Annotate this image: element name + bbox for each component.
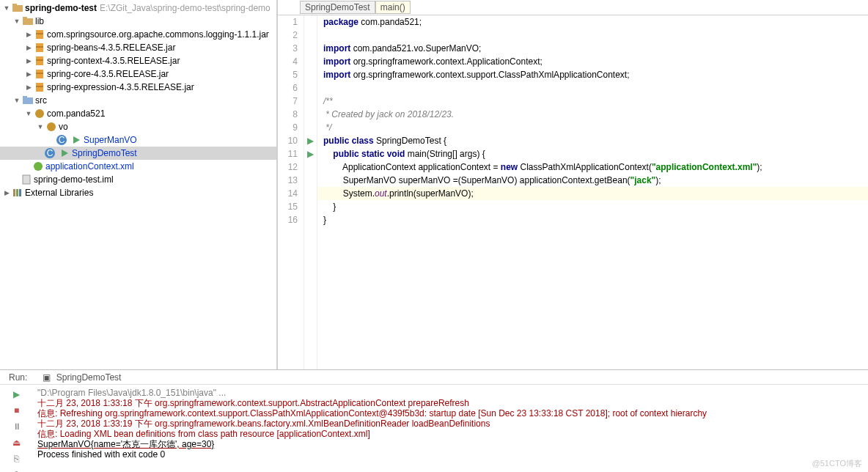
file-icon (21, 174, 32, 185)
caret-right-icon: ▶ (25, 70, 32, 78)
rerun-button[interactable]: ▶ (10, 388, 23, 401)
jar-icon (34, 42, 45, 54)
folder-icon (12, 2, 23, 14)
jar-icon (34, 55, 45, 67)
run-tool-window: Run: ▣ SpringDemoTest ▶ ■ ⏸ ⏏ ⎘ 🗑 "D:\Pr… (0, 369, 868, 472)
jar-icon (34, 29, 45, 40)
class-icon: C (44, 147, 56, 159)
run-label: Run: (3, 370, 33, 384)
code-editor[interactable]: 12345678910111213141516 ▶ ▶ package com.… (278, 15, 868, 369)
tree-class[interactable]: CSuperManVO (0, 133, 276, 147)
dump-button[interactable]: ⎘ (10, 452, 23, 465)
caret-right-icon: ▶ (25, 57, 32, 64)
caret-right-icon: ▶ (25, 84, 32, 91)
console-output[interactable]: "D:\Program Files\Java\jdk1.8.0_151\bin\… (33, 385, 868, 472)
jar-icon (34, 81, 45, 93)
watermark: @51CTO博客 (812, 458, 862, 469)
caret-right-icon: ▶ (25, 44, 32, 51)
run-gutter-icon[interactable]: ▶ (307, 149, 314, 159)
run-gutter: ▶ ▶ (304, 15, 317, 369)
caret-right-icon: ▶ (25, 31, 32, 38)
trash-button[interactable]: 🗑 (10, 468, 23, 472)
folder-icon (22, 15, 34, 27)
tree-src[interactable]: ▼ src (0, 94, 276, 107)
runnable-icon (59, 147, 70, 159)
crumb-method[interactable]: main() (375, 1, 411, 14)
jar-icon (34, 68, 45, 80)
crumb-class[interactable]: SpringDemoTest (300, 1, 375, 14)
svg-text:C: C (59, 135, 65, 145)
pause-button[interactable]: ⏸ (10, 420, 23, 433)
run-gutter-icon[interactable]: ▶ (307, 136, 314, 146)
run-toolbar: ▶ ■ ⏸ ⏏ ⎘ 🗑 (0, 385, 33, 472)
svg-rect-1 (12, 4, 17, 6)
exit-button[interactable]: ⏏ (10, 436, 23, 449)
caret-down-icon: ▼ (37, 123, 44, 130)
caret-down-icon: ▼ (3, 4, 10, 12)
src-label: src (35, 95, 47, 106)
tree-jar[interactable]: ▶spring-core-4.3.5.RELEASE.jar (0, 67, 276, 81)
tree-class-selected[interactable]: CSpringDemoTest (0, 147, 276, 160)
svg-rect-3 (23, 17, 27, 19)
tree-package-vo[interactable]: ▼vo (0, 120, 276, 133)
tree-iml[interactable]: spring-demo-test.iml (0, 173, 276, 186)
svg-rect-25 (23, 175, 30, 184)
caret-down-icon: ▼ (25, 110, 32, 117)
run-tab[interactable]: ▣ SpringDemoTest (33, 370, 127, 384)
breadcrumb-bar: SpringDemoTest main() (278, 0, 868, 15)
svg-rect-14 (23, 97, 33, 104)
svg-point-17 (47, 122, 56, 131)
svg-rect-13 (36, 86, 43, 87)
caret-down-icon: ▼ (13, 18, 21, 25)
library-icon (12, 187, 23, 199)
tree-external-libs[interactable]: ▶External Libraries (0, 186, 276, 199)
app-icon: ▣ (40, 372, 52, 383)
svg-marker-20 (73, 136, 80, 144)
code-body[interactable]: package com.panda521; import com.panda52… (317, 15, 868, 369)
package-icon (34, 108, 45, 119)
tree-jar[interactable]: ▶spring-expression-4.3.5.RELEASE.jar (0, 81, 276, 94)
source-folder-icon (22, 95, 34, 106)
tree-package[interactable]: ▼com.panda521 (0, 107, 276, 120)
svg-rect-11 (36, 73, 43, 74)
runnable-icon (70, 134, 82, 146)
root-name: spring-demo-test (25, 3, 97, 13)
class-icon: C (56, 134, 67, 146)
svg-rect-26 (13, 189, 15, 196)
tree-xml[interactable]: applicationContext.xml (0, 160, 276, 173)
svg-point-24 (34, 162, 43, 171)
stop-button[interactable]: ■ (10, 404, 23, 417)
svg-rect-0 (12, 5, 23, 12)
spring-config-icon (32, 161, 44, 172)
tree-jar[interactable]: ▶spring-beans-4.3.5.RELEASE.jar (0, 41, 276, 54)
svg-text:C: C (47, 148, 54, 158)
svg-point-16 (35, 109, 44, 118)
svg-marker-23 (62, 150, 68, 157)
tree-lib[interactable]: ▼ lib (0, 15, 276, 28)
tree-jar[interactable]: ▶com.springsource.org.apache.commons.log… (0, 28, 276, 41)
svg-rect-28 (19, 189, 21, 196)
project-tree[interactable]: ▼ spring-demo-test E:\ZGit_Java\spring-d… (0, 0, 277, 369)
caret-right-icon: ▶ (3, 189, 10, 196)
svg-rect-27 (16, 189, 18, 196)
svg-rect-15 (23, 96, 27, 98)
lib-label: lib (35, 16, 44, 26)
tree-root[interactable]: ▼ spring-demo-test E:\ZGit_Java\spring-d… (0, 1, 276, 15)
root-path: E:\ZGit_Java\spring-demo-test\spring-dem… (100, 3, 271, 13)
svg-rect-9 (36, 59, 43, 61)
svg-rect-5 (36, 33, 43, 34)
svg-rect-7 (36, 46, 43, 48)
caret-down-icon: ▼ (13, 97, 21, 104)
line-number-gutter: 12345678910111213141516 (278, 15, 304, 369)
svg-rect-2 (23, 18, 33, 25)
package-icon (45, 121, 57, 133)
tree-jar[interactable]: ▶spring-context-4.3.5.RELEASE.jar (0, 54, 276, 67)
